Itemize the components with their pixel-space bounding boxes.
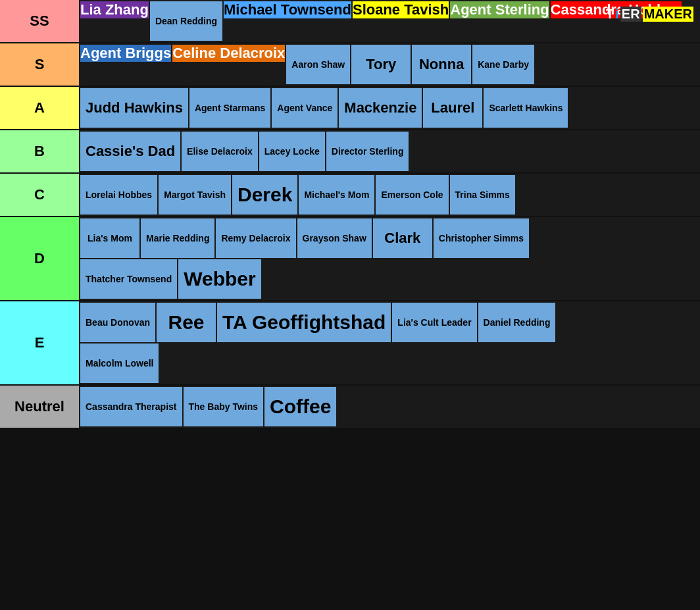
tier-row-e: EBeau DonovanReeTA GeoffightshadLia's Cu… (0, 301, 700, 386)
tier-label-c: C (0, 174, 79, 216)
tier-item: Agent Starmans (189, 88, 270, 128)
tier-label-s: S (0, 43, 79, 86)
tier-item: Laurel (423, 88, 482, 128)
tier-item: Elise Delacroix (182, 132, 258, 171)
tier-item: Derek (232, 175, 297, 215)
tier-label-e: E (0, 301, 79, 384)
wm-er: ER (620, 7, 641, 22)
tier-row-d: DLia's MomMarie ReddingRemy DelacroixGra… (0, 217, 700, 301)
tier-item: Christopher Simms (434, 218, 529, 258)
tier-item: Nonna (412, 45, 471, 84)
tier-list: TiERMAKER SSLia ZhangDean ReddingMichael… (0, 0, 700, 429)
tier-label-b: B (0, 130, 79, 172)
tier-item: Kane Darby (472, 45, 534, 84)
tier-item: Cassie's Dad (80, 132, 180, 171)
tier-item: Coffee (264, 387, 336, 426)
tier-items-d: Thatcher TownsendWebber (80, 259, 699, 299)
tier-item: Lia Zhang (80, 1, 149, 18)
wm-i: i (615, 7, 619, 22)
tier-item: Ree (157, 303, 216, 342)
tier-items-d: Lia's MomMarie ReddingRemy DelacroixGray… (80, 218, 699, 258)
tier-item: Celine Delacroix (172, 45, 285, 62)
tier-item: Aaron Shaw (286, 45, 350, 84)
tier-item: Margot Tavish (159, 175, 231, 215)
tier-item: Agent Sterling (450, 1, 549, 18)
tier-item: Lia's Cult Leader (392, 303, 476, 342)
tier-row-s: SAgent BriggsCeline DelacroixAaron ShawT… (0, 43, 700, 87)
tier-label-ss: SS (0, 0, 79, 42)
tier-item: Remy Delacroix (216, 218, 295, 258)
tier-item: Tory (351, 45, 411, 84)
tier-item: Agent Briggs (80, 45, 171, 62)
tier-label-neutrel: Neutrel (0, 386, 79, 428)
tier-item: Lacey Locke (259, 132, 325, 171)
tier-item: Michael's Mom (299, 175, 374, 215)
tier-row-ss: SSLia ZhangDean ReddingMichael TownsendS… (0, 0, 700, 43)
tier-row-neutrel: NeutrelCassandra TherapistThe Baby Twins… (0, 386, 700, 429)
tier-item: Grayson Shaw (297, 218, 372, 258)
tier-label-a: A (0, 87, 79, 129)
tier-item: Agent Vance (272, 88, 338, 128)
tier-items-a: Judd HawkinsAgent StarmansAgent VanceMac… (79, 87, 700, 129)
wm-t: T (606, 7, 614, 22)
tier-item: Daniel Redding (478, 303, 556, 342)
tier-row-a: AJudd HawkinsAgent StarmansAgent VanceMa… (0, 87, 700, 130)
tier-items-c: Lorelai HobbesMargot TavishDerekMichael'… (79, 174, 700, 216)
tier-item: TA Geoffightshad (217, 303, 391, 342)
tier-item: Emerson Cole (376, 175, 448, 215)
tier-item: Dean Redding (150, 1, 222, 41)
tier-item: Michael Townsend (224, 1, 351, 18)
tier-row-b: BCassie's DadElise DelacroixLacey LockeD… (0, 130, 700, 174)
tier-item: Clark (373, 218, 432, 258)
tier-item: Beau Donovan (80, 303, 155, 342)
tier-items-e: Malcolm Lowell (80, 343, 699, 383)
tier-item: Scarlett Hawkins (484, 88, 568, 128)
tier-item: Marie Redding (141, 218, 214, 258)
tier-items-neutrel: Cassandra TherapistThe Baby TwinsCoffee (79, 386, 700, 428)
tier-item: Director Sterling (326, 132, 409, 171)
tier-item: Cassandra Therapist (80, 387, 182, 426)
tier-item: Sloane Tavish (353, 1, 449, 18)
tier-container: SSLia ZhangDean ReddingMichael TownsendS… (0, 0, 700, 429)
tier-item: Trina Simms (450, 175, 515, 215)
tier-item: Lorelai Hobbes (80, 175, 157, 215)
tier-item: Malcolm Lowell (80, 343, 159, 383)
tier-item: Webber (178, 259, 261, 299)
tier-item: The Baby Twins (184, 387, 264, 426)
tier-items-b: Cassie's DadElise DelacroixLacey LockeDi… (79, 130, 700, 172)
tier-item: Thatcher Townsend (80, 259, 177, 299)
tier-items-s: Agent BriggsCeline DelacroixAaron ShawTo… (79, 43, 700, 86)
wm-maker: MAKER (643, 7, 693, 22)
tier-items-e: Beau DonovanReeTA GeoffightshadLia's Cul… (80, 303, 699, 342)
tier-item: Mackenzie (339, 88, 422, 128)
tier-item: Lia's Mom (80, 218, 139, 258)
tier-row-c: CLorelai HobbesMargot TavishDerekMichael… (0, 174, 700, 217)
tier-label-d: D (0, 217, 79, 300)
watermark: TiERMAKER (606, 7, 693, 22)
tier-item: Judd Hawkins (80, 88, 188, 128)
